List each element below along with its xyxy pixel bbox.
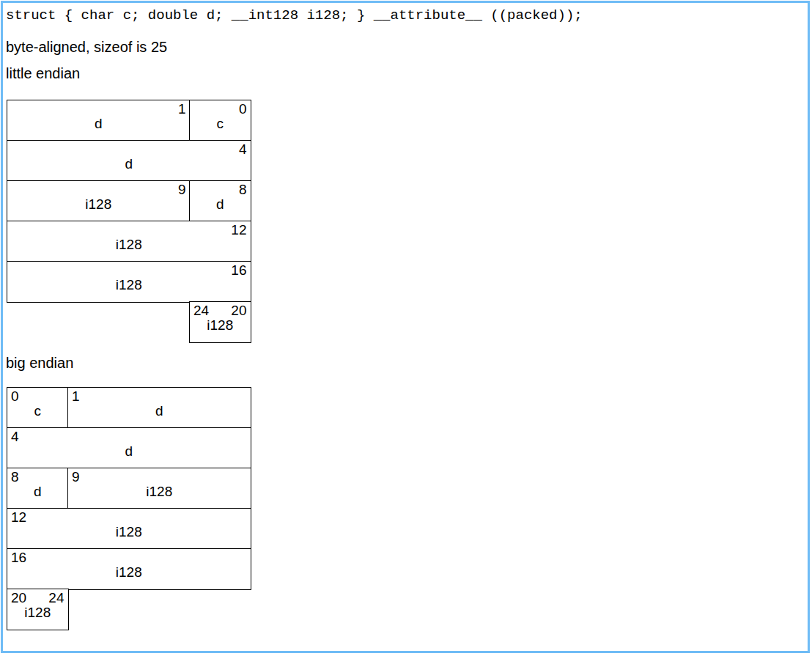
byte-cell-big-endian-c-0: 0c — [7, 387, 69, 429]
field-label: i128 — [7, 277, 251, 293]
sizeof-note: byte-aligned, sizeof is 25 — [6, 38, 167, 56]
byte-cell-little-endian-i128-9: 9i128 — [7, 180, 191, 222]
field-label: d — [190, 196, 251, 213]
byte-offset: 16 — [231, 262, 246, 279]
field-label: i128 — [7, 524, 251, 540]
byte-offset: 16 — [11, 550, 26, 566]
byte-offset: 4 — [11, 429, 19, 445]
byte-offset: 12 — [231, 222, 246, 238]
field-label: i128 — [7, 196, 190, 213]
byte-offset: 4 — [239, 141, 247, 158]
byte-offset: 8 — [11, 469, 19, 485]
field-label: d — [7, 116, 190, 132]
byte-offset: 12 — [11, 509, 26, 526]
byte-offset-end: 24 — [48, 590, 64, 606]
byte-cell-little-endian-d-8: 8d — [189, 180, 251, 222]
field-label: d — [7, 484, 68, 500]
field-label: c — [190, 116, 251, 132]
byte-cell-little-endian-i128-16: 16i128 — [7, 261, 251, 303]
byte-cell-big-endian-d-1: 1d — [67, 387, 251, 429]
field-label: d — [7, 156, 251, 172]
section-label-big-endian: big endian — [6, 354, 73, 372]
byte-cell-little-endian-i128-20: 2024i128 — [189, 301, 251, 343]
field-label: c — [7, 403, 68, 419]
struct-declaration-code: struct { char c; double d; __int128 i128… — [6, 7, 583, 24]
byte-offset: 0 — [239, 101, 247, 117]
byte-layout-table-little-endian: 1d0c4d9i1288d12i12816i1282024i128 — [7, 100, 251, 343]
byte-offset: 20 — [11, 590, 26, 606]
byte-cell-little-endian-c-0: 0c — [189, 100, 251, 141]
field-label: d — [68, 403, 251, 419]
field-label: i128 — [68, 484, 251, 500]
byte-offset: 20 — [231, 303, 246, 319]
byte-cell-little-endian-i128-12: 12i128 — [7, 221, 251, 262]
field-label: d — [7, 443, 251, 460]
byte-offset: 1 — [72, 388, 80, 405]
byte-cell-little-endian-d-4: 4d — [7, 140, 251, 182]
byte-cell-big-endian-d-8: 8d — [7, 468, 69, 509]
byte-offset: 8 — [239, 182, 247, 198]
section-label-little-endian: little endian — [6, 65, 80, 82]
field-label: i128 — [7, 564, 251, 581]
byte-offset: 9 — [178, 182, 186, 198]
field-label: i128 — [7, 605, 68, 621]
byte-cell-big-endian-i128-20: 2024i128 — [7, 589, 69, 630]
byte-offset: 9 — [72, 469, 80, 485]
byte-offset: 0 — [11, 388, 19, 405]
byte-offset: 1 — [178, 101, 186, 117]
byte-cell-big-endian-d-4: 4d — [7, 427, 251, 469]
byte-cell-big-endian-i128-9: 9i128 — [67, 468, 251, 509]
byte-cell-little-endian-d-1: 1d — [7, 100, 191, 141]
field-label: i128 — [7, 237, 251, 253]
field-label: i128 — [190, 317, 251, 333]
byte-offset-end: 24 — [193, 303, 209, 319]
byte-cell-big-endian-i128-16: 16i128 — [7, 548, 251, 590]
byte-cell-big-endian-i128-12: 12i128 — [7, 508, 251, 550]
byte-layout-table-big-endian: 0c1d4d8d9i12812i12816i1282024i128 — [7, 387, 251, 630]
